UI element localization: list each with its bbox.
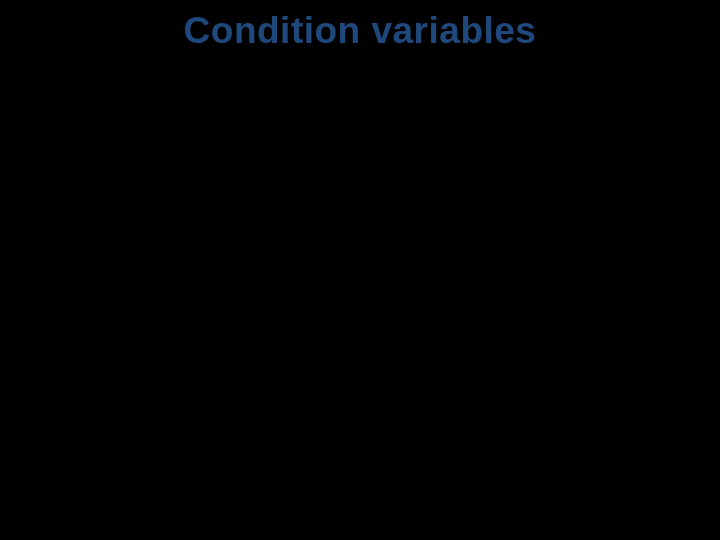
posix-line-2: pthread_cond_signal, pthread_cond_broadc… (22, 386, 698, 417)
list-item: • atomically release m and sleep, waitin… (56, 192, 698, 221)
broadcast-it: c (544, 284, 557, 314)
bullet-icon: • (56, 192, 74, 219)
bullet-list: • atomically release m and sleep, waitin… (22, 192, 698, 250)
b0-pre: atomically release (74, 193, 264, 219)
b1-it1: m (247, 222, 266, 248)
list-item: • wake up holding m sometime after c was… (56, 221, 698, 250)
intro-underline: condition variable (190, 58, 392, 88)
intro-text: Use [Hoare] a condition variable to wait… (22, 58, 698, 119)
b0-mid: and sleep, waiting for condition (284, 193, 613, 219)
intro-pre: Use [Hoare] a (22, 58, 190, 88)
bullet-text: atomically release m and sleep, waiting … (74, 192, 698, 221)
slide: Condition variables Use [Hoare] a condit… (0, 0, 720, 540)
broadcast-line: broadcast(c) : wake up all threads waiti… (22, 284, 698, 315)
b0-it2: c (612, 193, 624, 219)
broadcast-label: broadcast(c) : wake up all threads waiti… (22, 284, 544, 314)
slide-title: Condition variables (0, 0, 720, 52)
posix-line-1: POSIX (e.g. , Linux): pthread_cond_wait, (22, 351, 698, 382)
bullet-text: wake up holding m sometime after c was s… (74, 221, 698, 250)
signal-it: c (502, 250, 515, 280)
signal-label: signal(c) : wake up one thread waiting o… (22, 250, 502, 280)
b1-pre: wake up holding (74, 222, 247, 248)
bullet-icon: • (56, 221, 74, 248)
wait-label: wait(m, c) : (22, 151, 698, 182)
b1-it2: c (431, 222, 443, 248)
b0-it1: m (264, 193, 283, 219)
b1-mid: sometime after (266, 222, 431, 248)
b1-post: was signaled (442, 222, 581, 248)
signal-line: signal(c) : wake up one thread waiting o… (22, 250, 698, 281)
slide-body: Use [Hoare] a condition variable to wait… (0, 52, 720, 416)
